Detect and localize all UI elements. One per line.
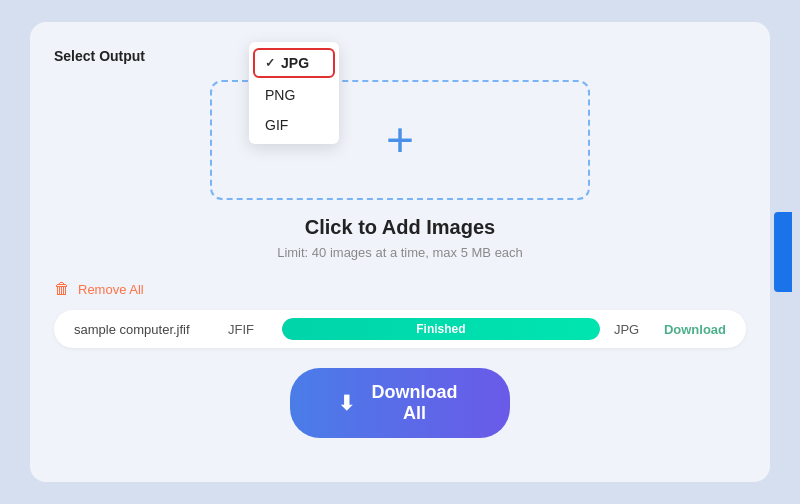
- progress-bar-container: Finished: [282, 318, 600, 340]
- trash-icon: 🗑: [54, 280, 70, 298]
- sidebar-strip: [774, 212, 792, 292]
- download-link[interactable]: Download: [664, 322, 726, 337]
- dropdown-option-png[interactable]: PNG: [249, 80, 339, 110]
- remove-all-button[interactable]: Remove All: [78, 282, 144, 297]
- input-format: JFIF: [228, 322, 268, 337]
- upload-plus-icon: +: [386, 116, 414, 164]
- output-format: JPG: [614, 322, 650, 337]
- download-all-label: Download All: [367, 382, 462, 424]
- file-name: sample computer.jfif: [74, 322, 214, 337]
- download-all-button[interactable]: ⬇ Download All: [290, 368, 510, 438]
- check-icon: ✓: [265, 56, 275, 70]
- dropdown-option-gif[interactable]: GIF: [249, 110, 339, 140]
- main-container: Select Output ✓ JPG PNG GIF + Click to A…: [30, 22, 770, 482]
- click-to-add-title[interactable]: Click to Add Images: [54, 216, 746, 239]
- progress-label: Finished: [416, 322, 465, 336]
- dropdown-option-jpg[interactable]: ✓ JPG: [253, 48, 335, 78]
- download-icon: ⬇: [338, 391, 355, 415]
- remove-all-row: 🗑 Remove All: [54, 280, 746, 298]
- select-output-row: Select Output ✓ JPG PNG GIF: [54, 42, 746, 64]
- progress-bar-fill: Finished: [282, 318, 600, 340]
- select-output-label: Select Output: [54, 48, 145, 64]
- file-row: sample computer.jfif JFIF Finished JPG D…: [54, 310, 746, 348]
- limit-text: Limit: 40 images at a time, max 5 MB eac…: [54, 245, 746, 260]
- dropdown-menu: ✓ JPG PNG GIF: [249, 42, 339, 144]
